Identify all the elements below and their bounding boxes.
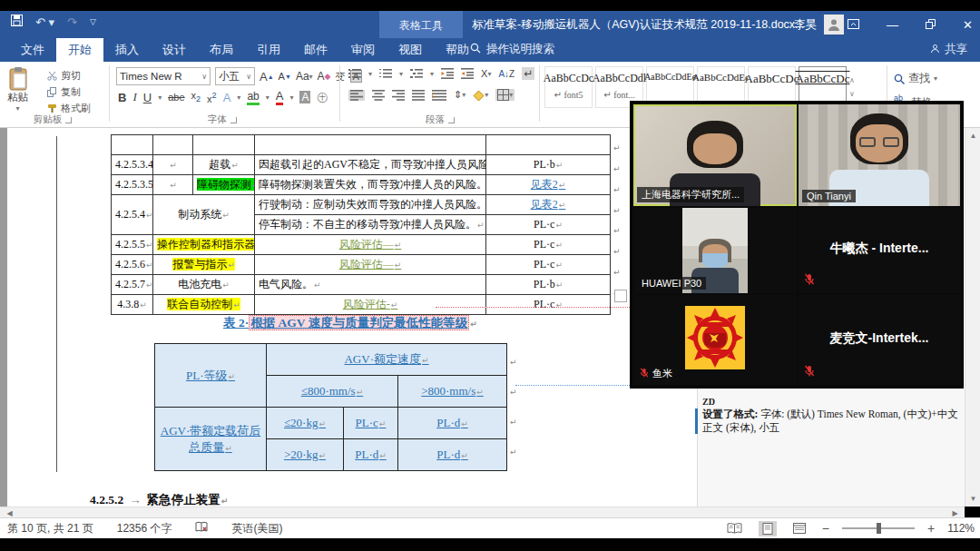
page-indicator[interactable]: 第 10 页, 共 21 页 — [7, 521, 93, 536]
video-tile-yumi[interactable]: 鱼米 — [633, 295, 797, 385]
language-indicator[interactable]: 英语(美国) — [231, 521, 282, 536]
proofing-icon[interactable] — [195, 521, 208, 536]
video-tile-niu[interactable]: 牛曦杰 - Interte... — [799, 208, 960, 293]
numbered-list-icon[interactable] — [379, 68, 392, 79]
align-left-icon[interactable] — [348, 90, 365, 101]
redo-icon[interactable]: ↷ — [67, 15, 77, 29]
muted-mic-icon — [804, 364, 815, 380]
scroll-left-icon[interactable]: ◀ — [2, 509, 17, 517]
undo-icon[interactable]: ↶ ▾ — [35, 15, 54, 29]
tab-mailings[interactable]: 邮件 — [292, 38, 339, 62]
underline-dropdown[interactable]: ▾ — [158, 93, 162, 102]
pl-grade-table[interactable]: PL·等级 AGV·额定速度 ≤800·mm/s >800·mm/s AGV·带… — [154, 343, 507, 471]
tell-me-search[interactable]: 操作说明搜索 — [470, 42, 554, 57]
zoom-in-icon[interactable]: + — [927, 521, 935, 536]
horizontal-scrollbar[interactable]: ◀ ▶ — [0, 507, 965, 517]
tab-file[interactable]: 文件 — [9, 38, 56, 62]
styles-scroll-up-icon[interactable]: ∧ — [849, 76, 855, 84]
tab-design[interactable]: 设计 — [151, 38, 198, 62]
cut-button[interactable]: 剪切 — [47, 69, 91, 83]
style-chip-font5[interactable]: AaBbCcDc ↵ font5 — [544, 66, 593, 108]
bullet-list-icon[interactable] — [348, 68, 361, 79]
scroll-up-icon[interactable]: ▲ — [965, 132, 980, 140]
increase-indent-icon[interactable] — [461, 68, 474, 79]
tab-review[interactable]: 审阅 — [339, 38, 387, 62]
align-center-icon[interactable] — [372, 90, 385, 101]
avatar[interactable] — [824, 15, 844, 34]
zoom-slider[interactable] — [842, 527, 915, 529]
clear-formatting-icon[interactable]: A◆ — [318, 70, 331, 83]
ribbon-display-options-icon[interactable] — [848, 18, 859, 32]
shrink-font-icon[interactable]: A▼ — [279, 71, 291, 82]
video-tile-huawei-p30[interactable]: HUAWEI P30 — [633, 208, 797, 293]
clipboard-dialog-launcher[interactable] — [65, 117, 72, 123]
text-effects-icon[interactable]: A — [223, 91, 231, 104]
shading-icon[interactable]: ▾ — [473, 90, 488, 101]
tab-view[interactable]: 视图 — [387, 38, 434, 62]
justify-icon[interactable] — [412, 90, 425, 101]
subscript-button[interactable]: x2 — [191, 90, 201, 103]
font-name-select[interactable]: Times New R∨ — [116, 67, 211, 85]
risk-table[interactable]: 4.2.5.3.4 超载 因超载引起的AGV不稳定，而导致冲撞人员风险。 PL·… — [111, 134, 611, 315]
superscript-button[interactable]: x2 — [207, 91, 217, 104]
distribute-icon[interactable] — [432, 90, 446, 101]
bold-button[interactable]: B — [118, 91, 126, 104]
font-size-select[interactable]: 小五∨ — [215, 67, 255, 85]
web-layout-icon[interactable] — [789, 521, 809, 536]
zoom-level[interactable]: 112% — [947, 522, 975, 535]
find-button[interactable]: 查找▾ — [894, 71, 937, 86]
tracked-change-comment[interactable]: ZD 设置了格式: 字体: (默认) Times New Roman, (中文)… — [702, 396, 965, 435]
copy-button[interactable]: 复制 — [47, 85, 91, 99]
read-mode-icon[interactable] — [723, 521, 746, 536]
table-resize-handle[interactable] — [614, 290, 627, 302]
show-formatting-marks-icon[interactable]: ↵ — [522, 67, 534, 80]
grow-font-icon[interactable]: A▲ — [260, 70, 274, 84]
minimize-button[interactable]: — — [887, 18, 898, 32]
format-change-connector — [436, 307, 630, 308]
quick-access-toolbar: ↶ ▾ ↷ ▽ — [11, 15, 96, 29]
participant-name: HUAWEI P30 — [637, 277, 706, 290]
close-button[interactable]: ✕ — [963, 18, 973, 32]
tab-layout[interactable]: 布局 — [198, 38, 245, 62]
tab-insert[interactable]: 插入 — [103, 38, 151, 62]
paste-button[interactable]: 粘贴▾ — [7, 67, 28, 113]
video-conference-overlay[interactable]: 上海电器科学研究所... Qin Tianyi HUAWEI P30 — [630, 101, 964, 389]
font-color-icon[interactable]: A — [276, 89, 284, 105]
save-icon[interactable] — [11, 15, 23, 29]
borders-icon[interactable]: ▾ — [495, 89, 514, 101]
tab-references[interactable]: 引用 — [245, 38, 292, 62]
video-tile-qin-tianyi[interactable]: Qin Tianyi — [799, 104, 960, 206]
decrease-indent-icon[interactable] — [441, 68, 454, 79]
qat-customize-icon[interactable]: ▽ — [90, 17, 96, 26]
print-layout-icon[interactable] — [759, 521, 777, 536]
scroll-right-icon[interactable]: ▶ — [947, 509, 963, 517]
change-case-icon[interactable]: Aa▾ — [296, 70, 313, 83]
video-tile-speaker[interactable]: 上海电器科学研究所... — [633, 104, 797, 206]
zoom-slider-thumb[interactable] — [877, 523, 881, 534]
character-shading-icon[interactable]: A — [299, 91, 310, 103]
phonetic-guide-icon[interactable]: 变 — [336, 70, 346, 84]
line-spacing-icon[interactable]: ⇕▾ — [454, 89, 466, 101]
sort-icon[interactable]: A↓Z — [498, 69, 514, 79]
participant-name: Qin Tianyi — [802, 190, 856, 202]
video-tile-mai[interactable]: 麦竞文-Intertek... — [799, 295, 960, 385]
styles-scroll-down-icon[interactable]: ∨ — [849, 90, 855, 98]
participant-name: 鱼米 — [652, 367, 672, 380]
zoom-out-icon[interactable]: − — [822, 521, 829, 536]
word-count[interactable]: 12356 个字 — [117, 521, 172, 536]
tab-home[interactable]: 开始 — [56, 38, 103, 62]
vertical-scrollbar[interactable]: ▲ ▼ — [965, 128, 980, 507]
paragraph-dialog-launcher[interactable] — [448, 117, 455, 123]
multilevel-list-icon[interactable] — [410, 68, 423, 79]
highlight-color-icon[interactable]: ab — [247, 90, 259, 105]
align-right-icon[interactable] — [392, 90, 405, 101]
asian-layout-icon[interactable]: X▾ — [481, 68, 491, 79]
underline-button[interactable]: U — [143, 91, 152, 104]
restore-button[interactable] — [926, 18, 936, 32]
share-button[interactable]: 共享 — [930, 42, 967, 57]
font-dialog-launcher[interactable] — [230, 117, 237, 123]
strikethrough-button[interactable]: abe — [168, 92, 184, 103]
italic-button[interactable]: I — [132, 90, 136, 104]
scroll-down-icon[interactable]: ▼ — [965, 495, 980, 503]
enclose-characters-icon[interactable]: ㊉ — [317, 90, 328, 105]
